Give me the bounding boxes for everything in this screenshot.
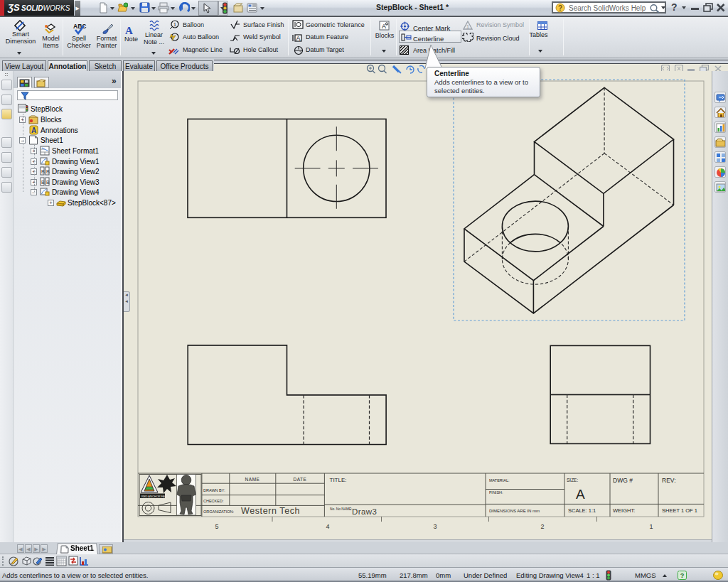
svg-text:SCALE: 1:1: SCALE: 1:1 bbox=[568, 507, 596, 514]
svg-text:TITLE:: TITLE: bbox=[330, 477, 347, 483]
svg-text:MATERIAL:: MATERIAL: bbox=[489, 478, 510, 483]
svg-text:4: 4 bbox=[326, 523, 329, 530]
svg-text:A: A bbox=[125, 25, 133, 35]
svg-text:5: 5 bbox=[215, 523, 218, 530]
svg-text:?: ? bbox=[558, 4, 562, 12]
svg-text:Draw3: Draw3 bbox=[352, 507, 377, 516]
svg-text:A: A bbox=[576, 487, 585, 502]
svg-text:B: B bbox=[41, 169, 45, 174]
svg-text:1: 1 bbox=[649, 523, 653, 530]
svg-text:B: B bbox=[41, 180, 45, 185]
svg-text:SIZE:: SIZE: bbox=[567, 478, 578, 483]
svg-text:WEIGHT:: WEIGHT: bbox=[613, 507, 635, 514]
svg-text:A: A bbox=[31, 126, 36, 134]
svg-text:B: B bbox=[46, 169, 50, 174]
svg-text:DRAWN BY:: DRAWN BY: bbox=[203, 488, 225, 492]
svg-text:CHECKED:: CHECKED: bbox=[203, 499, 224, 503]
svg-text:1: 1 bbox=[466, 23, 470, 30]
svg-text:2: 2 bbox=[540, 523, 544, 530]
svg-text:3: 3 bbox=[433, 523, 437, 530]
svg-text:Western Tech: Western Tech bbox=[241, 506, 300, 516]
svg-text:A: A bbox=[296, 35, 300, 42]
svg-text:B: B bbox=[46, 180, 50, 185]
svg-text:DIMENSIONS ARE IN mm: DIMENSIONS ARE IN mm bbox=[489, 509, 540, 513]
svg-text:DWG #: DWG # bbox=[613, 477, 633, 484]
svg-text:ORGANIZATION:: ORGANIZATION: bbox=[203, 510, 234, 514]
svg-text:DATE: DATE bbox=[294, 477, 307, 482]
svg-text:1: 1 bbox=[173, 22, 176, 27]
svg-text:?: ? bbox=[680, 572, 685, 579]
svg-text:SHEET 1 OF 1: SHEET 1 OF 1 bbox=[662, 507, 697, 514]
svg-text:REV:: REV: bbox=[662, 477, 676, 484]
svg-text:No. No NAME:: No. No NAME: bbox=[330, 507, 352, 511]
svg-text:NAME: NAME bbox=[245, 477, 260, 482]
svg-text:RED ANCHOR FABRICATION: RED ANCHOR FABRICATION bbox=[141, 495, 180, 498]
svg-text:FINISH:: FINISH: bbox=[489, 490, 503, 495]
